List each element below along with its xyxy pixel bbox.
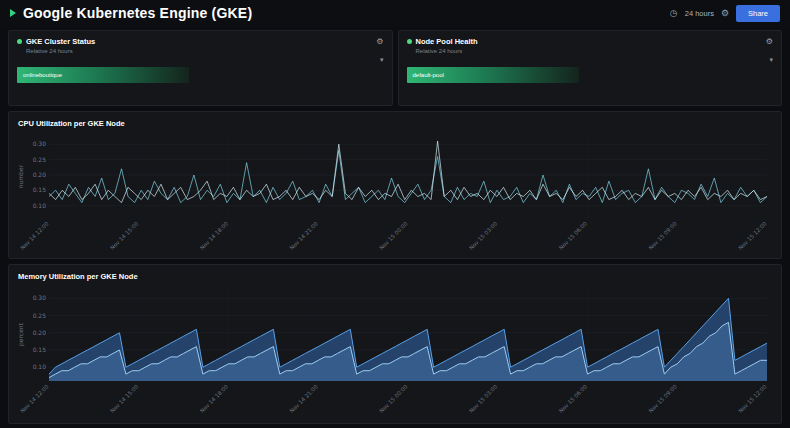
gear-icon[interactable]: ⚙ xyxy=(766,37,773,46)
status-item-onlineboutique[interactable]: onlineboutique xyxy=(17,67,189,83)
svg-text:percent: percent xyxy=(17,322,25,346)
chart-title: Memory Utilization per GKE Node xyxy=(18,272,775,281)
nav-chevron-icon[interactable] xyxy=(10,9,16,17)
svg-text:Nov 15 09:00: Nov 15 09:00 xyxy=(647,383,678,414)
svg-text:Nov 15 00:00: Nov 15 00:00 xyxy=(378,383,409,414)
svg-text:0.25: 0.25 xyxy=(33,312,47,319)
svg-text:Nov 15 03:00: Nov 15 03:00 xyxy=(468,220,499,251)
collapse-row: ▾ xyxy=(17,56,384,63)
chart-title: CPU Utilization per GKE Node xyxy=(18,119,775,128)
memory-utilization-chart[interactable]: Nov 14 12:00Nov 14 15:00Nov 14 18:00Nov … xyxy=(15,283,775,415)
clock-icon: ◷ xyxy=(670,8,678,18)
chevron-down-icon[interactable]: ▾ xyxy=(769,56,773,63)
svg-text:0.30: 0.30 xyxy=(33,294,47,301)
svg-text:0.15: 0.15 xyxy=(33,186,47,193)
svg-text:number: number xyxy=(17,164,24,188)
svg-text:Nov 15 03:00: Nov 15 03:00 xyxy=(468,383,499,414)
svg-text:Nov 14 21:00: Nov 14 21:00 xyxy=(288,383,319,414)
svg-text:0.10: 0.10 xyxy=(33,363,47,370)
app-header: Google Kubernetes Engine (GKE) ◷ 24 hour… xyxy=(0,0,790,26)
svg-text:Nov 15 09:00: Nov 15 09:00 xyxy=(647,220,678,251)
panel-gke-cluster-status: GKE Cluster Status ⚙ Relative 24 hours ▾… xyxy=(8,30,393,106)
svg-text:0.15: 0.15 xyxy=(33,346,47,353)
svg-text:Nov 15 12:00: Nov 15 12:00 xyxy=(737,220,768,251)
chevron-down-icon[interactable]: ▾ xyxy=(380,56,384,63)
svg-text:0.10: 0.10 xyxy=(33,202,47,209)
svg-text:Nov 14 12:00: Nov 14 12:00 xyxy=(19,220,50,251)
gear-icon[interactable]: ⚙ xyxy=(721,8,729,18)
panel-subtitle: Relative 24 hours xyxy=(26,48,384,54)
page-title: Google Kubernetes Engine (GKE) xyxy=(23,5,252,21)
panel-subtitle: Relative 24 hours xyxy=(416,48,774,54)
header-actions: ◷ 24 hours ⚙ Share xyxy=(670,5,780,22)
collapse-row: ▾ xyxy=(407,56,774,63)
cpu-utilization-chart[interactable]: Nov 14 12:00Nov 14 15:00Nov 14 18:00Nov … xyxy=(15,130,775,252)
status-item-label: default-pool xyxy=(407,72,444,78)
svg-text:Nov 14 15:00: Nov 14 15:00 xyxy=(109,383,140,414)
panel-title: GKE Cluster Status xyxy=(26,37,95,46)
panel-node-pool-health: Node Pool Health ⚙ Relative 24 hours ▾ d… xyxy=(398,30,783,106)
status-dot-icon xyxy=(17,39,22,44)
dashboard: Google Kubernetes Engine (GKE) ◷ 24 hour… xyxy=(0,0,790,428)
svg-text:Nov 15 00:00: Nov 15 00:00 xyxy=(378,220,409,251)
gear-icon[interactable]: ⚙ xyxy=(376,37,383,46)
dashboard-content: GKE Cluster Status ⚙ Relative 24 hours ▾… xyxy=(0,26,790,428)
svg-text:Nov 14 18:00: Nov 14 18:00 xyxy=(199,220,230,251)
svg-text:Nov 15 12:00: Nov 15 12:00 xyxy=(737,383,768,414)
status-item-label: onlineboutique xyxy=(17,72,62,78)
svg-text:0.20: 0.20 xyxy=(33,171,47,178)
svg-text:0.25: 0.25 xyxy=(33,156,47,163)
panel-cpu-utilization: CPU Utilization per GKE Node Nov 14 12:0… xyxy=(8,111,782,259)
svg-text:Nov 14 18:00: Nov 14 18:00 xyxy=(199,383,230,414)
panel-header: GKE Cluster Status ⚙ xyxy=(17,37,384,46)
svg-text:Nov 15 06:00: Nov 15 06:00 xyxy=(558,220,589,251)
panel-header: Node Pool Health ⚙ xyxy=(407,37,774,46)
time-range-picker[interactable]: 24 hours xyxy=(685,9,714,18)
panel-memory-utilization: Memory Utilization per GKE Node Nov 14 1… xyxy=(8,264,782,424)
status-dot-icon xyxy=(407,39,412,44)
svg-text:Nov 14 12:00: Nov 14 12:00 xyxy=(19,383,50,414)
status-panels-row: GKE Cluster Status ⚙ Relative 24 hours ▾… xyxy=(8,30,782,106)
svg-text:0.30: 0.30 xyxy=(33,140,47,147)
panel-title: Node Pool Health xyxy=(416,37,478,46)
status-item-default-pool[interactable]: default-pool xyxy=(407,67,579,83)
svg-text:Nov 15 06:00: Nov 15 06:00 xyxy=(558,383,589,414)
share-button[interactable]: Share xyxy=(736,5,780,22)
svg-text:0.20: 0.20 xyxy=(33,329,47,336)
svg-text:Nov 14 15:00: Nov 14 15:00 xyxy=(109,220,140,251)
svg-text:Nov 14 21:00: Nov 14 21:00 xyxy=(288,220,319,251)
